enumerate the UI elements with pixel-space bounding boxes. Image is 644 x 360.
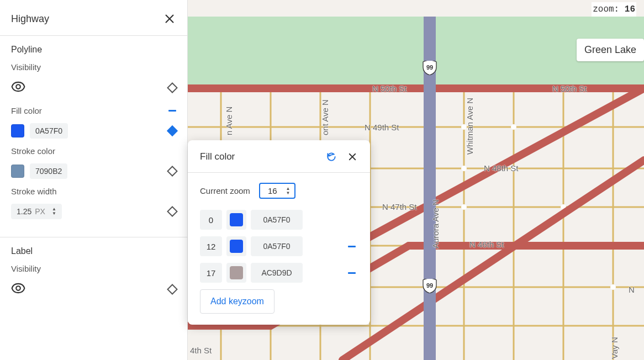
keyzoom-zoom[interactable]: 17 xyxy=(200,263,222,283)
collapse-icon[interactable] xyxy=(168,110,176,112)
svg-text:99: 99 xyxy=(426,64,433,71)
street-label: Whitman Ave N xyxy=(465,98,474,155)
current-zoom-input[interactable]: 16 ▲▼ xyxy=(259,183,296,199)
keyzoom-hex[interactable]: AC9D9D xyxy=(251,263,303,283)
fill-color-swatch[interactable] xyxy=(11,124,24,137)
svg-point-0 xyxy=(16,84,20,89)
keyframe-diamond-icon[interactable] xyxy=(167,284,178,295)
sidebar-header: Highway xyxy=(0,0,187,36)
reset-icon[interactable] xyxy=(325,150,338,163)
keyzoom-row: 12 0A57F0 xyxy=(200,236,358,256)
stepper-icon[interactable]: ▲▼ xyxy=(52,207,56,216)
label-section: Label Visibility xyxy=(0,237,187,310)
keyframe-diamond-icon[interactable] xyxy=(167,166,178,177)
street-label: ont Ave N xyxy=(320,99,330,135)
svg-point-26 xyxy=(610,284,616,290)
svg-point-23 xyxy=(461,204,467,210)
remove-keyzoom-icon[interactable] xyxy=(348,272,356,274)
keyzoom-row: 17 AC9D9D xyxy=(200,263,358,283)
zoom-indicator: zoom: 16 xyxy=(592,2,636,17)
street-label: Aurora Ave N xyxy=(431,199,440,248)
svg-point-20 xyxy=(511,124,516,130)
stroke-color-row: Stroke color 7090B2 xyxy=(11,146,176,181)
keyzoom-hex[interactable]: 0A57F0 xyxy=(251,236,303,256)
keyzoom-zoom[interactable]: 0 xyxy=(200,210,222,230)
popover-title: Fill color xyxy=(200,151,235,162)
close-icon[interactable] xyxy=(346,150,359,163)
current-zoom-label: Current zoom xyxy=(200,186,250,195)
street-label: n Ave N xyxy=(224,107,234,135)
street-label: N 46th St xyxy=(469,240,504,249)
sidebar-title: Highway xyxy=(11,13,49,25)
street-label: 4th St xyxy=(190,346,212,355)
keyzoom-swatch[interactable] xyxy=(226,210,246,230)
street-label: N xyxy=(629,285,635,294)
keyzoom-list: 0 0A57F0 12 0A57F0 17 AC9D9D xyxy=(200,210,358,283)
close-icon[interactable] xyxy=(163,12,176,25)
visibility-label: Visibility xyxy=(11,62,176,72)
stroke-color-label: Stroke color xyxy=(11,146,176,156)
label-visibility-row: Visibility xyxy=(11,264,176,300)
street-label: Vay N xyxy=(610,337,619,359)
street-label: N 47th St xyxy=(382,202,417,211)
polyline-section: Polyline Visibility Fill color xyxy=(0,36,187,231)
map-place-label: Green Lake xyxy=(577,39,644,61)
add-keyzoom-button[interactable]: Add keyzoom xyxy=(200,289,275,314)
keyzoom-swatch[interactable] xyxy=(226,263,246,283)
street-label: N 49th St xyxy=(365,123,399,132)
eye-icon[interactable] xyxy=(11,281,25,298)
label-visibility-label: Visibility xyxy=(11,264,176,273)
fill-color-label: Fill color xyxy=(11,106,42,115)
stroke-width-value[interactable]: 1.25 PX ▲▼ xyxy=(11,204,62,219)
route-shield-icon: 99 xyxy=(422,279,437,293)
stroke-color-value[interactable]: 7090B2 xyxy=(30,163,67,179)
keyzoom-swatch[interactable] xyxy=(226,236,246,256)
keyzoom-zoom[interactable]: 12 xyxy=(200,236,222,256)
svg-point-1 xyxy=(16,286,20,290)
stroke-color-swatch[interactable] xyxy=(11,165,24,178)
route-shield-icon: 99 xyxy=(422,61,437,75)
stroke-width-label: Stroke width xyxy=(11,187,176,196)
popover-header: Fill color xyxy=(188,140,370,173)
polyline-section-title: Polyline xyxy=(11,45,176,55)
keyframe-diamond-icon[interactable] xyxy=(167,82,178,93)
stepper-icon[interactable]: ▲▼ xyxy=(286,187,291,195)
street-label: N 50th St xyxy=(552,84,587,93)
label-section-title: Label xyxy=(11,246,176,256)
fill-color-value[interactable]: 0A57F0 xyxy=(30,123,68,139)
keyzoom-row: 0 0A57F0 xyxy=(200,210,358,230)
eye-icon[interactable] xyxy=(11,80,25,96)
keyframe-diamond-icon[interactable] xyxy=(167,125,178,136)
current-zoom-row: Current zoom 16 ▲▼ xyxy=(200,183,358,199)
svg-rect-2 xyxy=(188,17,644,88)
svg-point-21 xyxy=(461,166,467,171)
visibility-row: Visibility xyxy=(11,62,176,98)
remove-keyzoom-icon[interactable] xyxy=(348,246,356,247)
stroke-width-row: Stroke width 1.25 PX ▲▼ xyxy=(11,187,176,221)
svg-text:99: 99 xyxy=(426,282,433,289)
sidebar: Highway Polyline Visibility xyxy=(0,0,188,360)
keyzoom-hex[interactable]: 0A57F0 xyxy=(251,210,303,230)
street-label: N 50th St xyxy=(372,84,407,93)
street-label: N 48th St xyxy=(484,163,519,173)
fill-color-popover: Fill color Current zoom 16 ▲▼ 0 0A57F xyxy=(188,140,370,325)
keyframe-diamond-icon[interactable] xyxy=(167,206,178,217)
fill-color-row: Fill color 0A57F0 xyxy=(11,104,176,141)
